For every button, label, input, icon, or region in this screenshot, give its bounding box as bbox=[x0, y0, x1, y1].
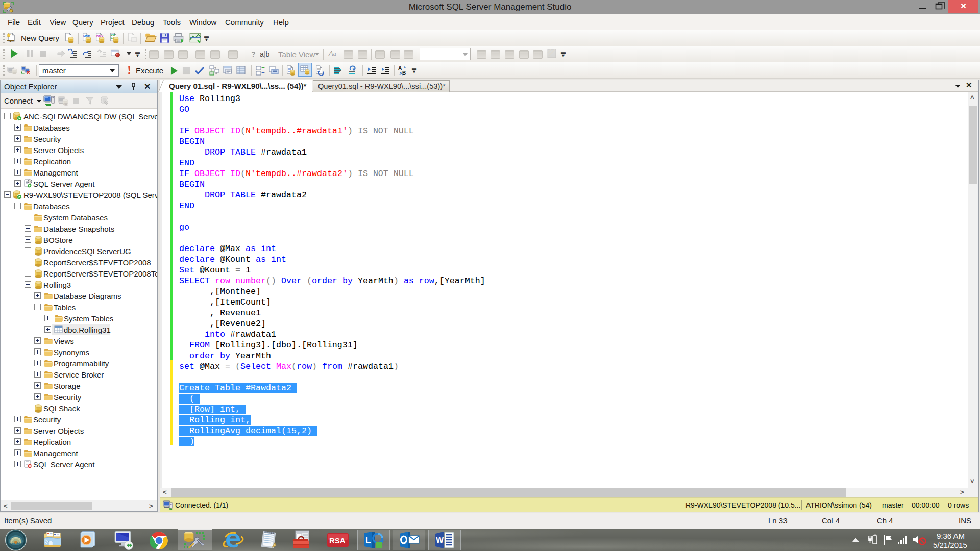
svg-text:A: A bbox=[398, 65, 402, 71]
svg-text:L: L bbox=[365, 535, 371, 545]
svg-text:RSA: RSA bbox=[329, 536, 346, 545]
svg-text:W: W bbox=[436, 536, 444, 544]
